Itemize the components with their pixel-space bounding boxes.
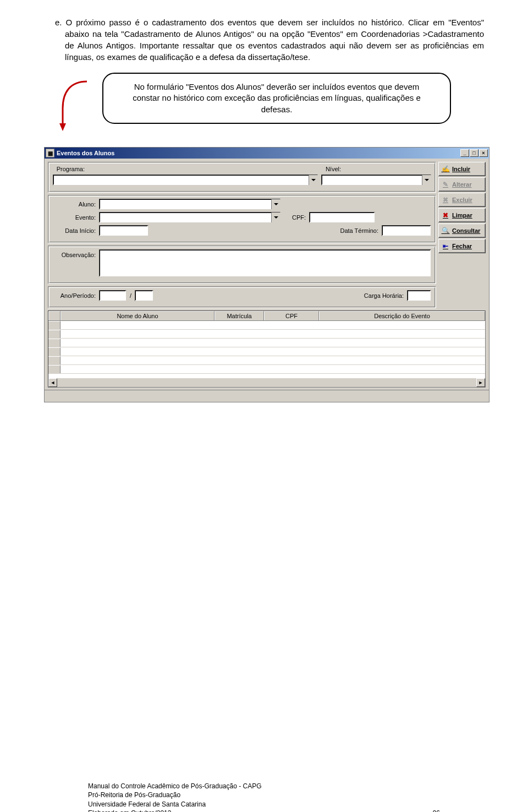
input-carga-horaria[interactable] xyxy=(407,290,431,301)
combo-evento[interactable] xyxy=(99,212,280,223)
label-cpf: CPF: xyxy=(284,214,306,221)
label-ano-periodo: Ano/Período: xyxy=(53,292,96,299)
label-nivel: Nível: xyxy=(319,166,341,172)
page-footer: Manual do Controle Acadêmico de Pós-Grad… xyxy=(88,782,440,812)
table-row[interactable] xyxy=(48,356,485,365)
consultar-button[interactable]: 🔍 Consultar xyxy=(438,224,486,238)
minimize-button[interactable]: _ xyxy=(460,149,469,157)
table-row[interactable] xyxy=(48,365,485,374)
scroll-left-icon[interactable]: ◄ xyxy=(48,378,57,387)
window-icon: ▦ xyxy=(46,149,54,157)
group-observacao: Observação: xyxy=(48,246,436,284)
label-evento: Evento: xyxy=(53,214,96,221)
table-row[interactable] xyxy=(48,347,485,356)
incluir-button[interactable]: ✍ Incluir xyxy=(438,162,486,176)
edit-icon: ✎ xyxy=(441,180,450,189)
input-periodo[interactable] xyxy=(135,290,153,301)
statusbar xyxy=(45,390,489,402)
col-matricula[interactable]: Matrícula xyxy=(215,311,264,320)
search-icon: 🔍 xyxy=(441,226,450,235)
label-aluno: Aluno: xyxy=(53,201,96,208)
alterar-button[interactable]: ✎ Alterar xyxy=(438,177,486,192)
window-title: Eventos dos Alunos xyxy=(57,150,114,156)
clear-icon: ✖ xyxy=(441,211,450,220)
data-grid[interactable]: Nome do Aluno Matrícula CPF Descrição do… xyxy=(48,310,486,388)
footer-line4: Elaborado em Outubro/2013 xyxy=(88,809,171,812)
page-number: 96 xyxy=(433,809,440,812)
combo-programa[interactable] xyxy=(53,175,318,186)
chevron-down-icon[interactable] xyxy=(309,175,317,185)
para-e-text: O próximo passo é o cadastramento dos ev… xyxy=(65,18,484,62)
footer-line3: Universidade Federal de Santa Catarina xyxy=(88,800,440,809)
delete-icon: ✖ xyxy=(441,195,450,204)
titlebar: ▦ Eventos dos Alunos _ □ × xyxy=(45,148,489,159)
table-row[interactable] xyxy=(48,339,485,347)
input-data-inicio[interactable] xyxy=(99,225,148,236)
chevron-down-icon[interactable] xyxy=(271,212,280,222)
grid-scrollbar[interactable]: ◄ ► xyxy=(48,378,485,387)
col-cpf[interactable]: CPF xyxy=(264,311,319,320)
limpar-button[interactable]: ✖ Limpar xyxy=(438,208,486,222)
toolbar: ✍ Incluir ✎ Alterar ✖ Excluir ✖ Limpar 🔍… xyxy=(438,162,486,308)
table-row[interactable] xyxy=(48,330,485,339)
chevron-down-icon[interactable] xyxy=(422,175,431,185)
label-observacao: Observação: xyxy=(53,249,96,258)
combo-nivel[interactable] xyxy=(321,175,431,186)
label-barra: / xyxy=(130,292,131,299)
textarea-observacao[interactable] xyxy=(99,249,431,277)
col-descricao[interactable]: Descrição do Evento xyxy=(319,311,485,320)
fechar-button[interactable]: ⇤ Fechar xyxy=(438,239,486,253)
group-aluno: Aluno: Evento: CPF: Data Início: Data Té… xyxy=(48,195,436,243)
maximize-button[interactable]: □ xyxy=(470,149,479,157)
chevron-down-icon[interactable] xyxy=(271,199,280,209)
label-data-termino: Data Término: xyxy=(340,227,379,234)
input-cpf[interactable] xyxy=(309,212,375,223)
combo-aluno[interactable] xyxy=(99,199,280,210)
scroll-right-icon[interactable]: ► xyxy=(476,378,485,387)
excluir-button[interactable]: ✖ Excluir xyxy=(438,193,486,207)
footer-line2: Pró-Reitoria de Pós-Graduação xyxy=(88,791,440,799)
door-icon: ⇤ xyxy=(441,242,450,250)
table-row[interactable] xyxy=(48,321,485,330)
input-ano[interactable] xyxy=(99,290,127,301)
input-data-termino[interactable] xyxy=(382,225,431,236)
grid-header: Nome do Aluno Matrícula CPF Descrição do… xyxy=(48,311,485,321)
label-programa: Programa: xyxy=(53,166,85,172)
window-eventos-alunos: ▦ Eventos dos Alunos _ □ × Programa: Nív… xyxy=(44,147,490,402)
close-button[interactable]: × xyxy=(479,149,488,157)
para-e: e. O próximo passo é o cadastramento dos… xyxy=(44,17,484,63)
group-ano-periodo: Ano/Período: / Carga Horária: xyxy=(48,286,436,308)
group-programa: Programa: Nível: xyxy=(48,162,436,193)
callout-row: No formulário "Eventos dos Alunos" dever… xyxy=(44,73,484,136)
label-data-inicio: Data Início: xyxy=(53,227,96,234)
hand-write-icon: ✍ xyxy=(441,165,450,173)
callout-text: No formulário "Eventos dos Alunos" dever… xyxy=(133,82,421,114)
footer-line1: Manual do Controle Acadêmico de Pós-Grad… xyxy=(88,782,440,791)
callout-box: No formulário "Eventos dos Alunos" dever… xyxy=(102,73,451,124)
label-carga-horaria: Carga Horária: xyxy=(364,292,404,299)
col-nome[interactable]: Nome do Aluno xyxy=(61,311,215,320)
list-marker: e. xyxy=(55,18,62,27)
